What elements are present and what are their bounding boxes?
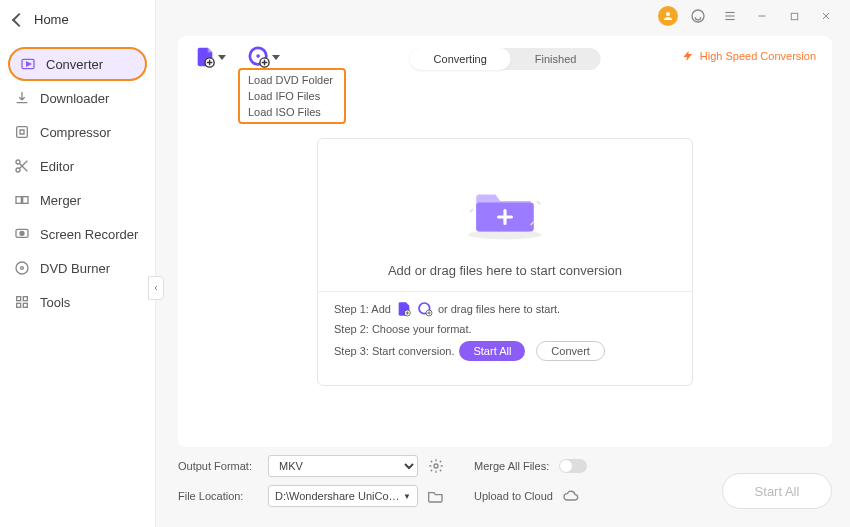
dropdown-item-dvd-folder[interactable]: Load DVD Folder [240,72,344,88]
svg-point-13 [16,168,20,172]
tab-converting[interactable]: Converting [410,48,511,70]
start-all-main-button[interactable]: Start All [722,473,832,509]
svg-marker-10 [27,62,31,66]
sidebar-item-label: Tools [40,295,70,310]
svg-point-19 [20,231,24,235]
sidebar-item-converter[interactable]: Converter [8,47,147,81]
output-format-label: Output Format: [178,460,258,472]
steps: Step 1: Add or drag files here to start.… [334,301,605,367]
step2: Step 2: Choose your format. [334,323,472,335]
disc-add-icon [417,301,433,317]
start-all-button[interactable]: Start All [459,341,525,361]
svg-point-28 [256,54,260,58]
compress-icon [14,124,30,140]
svg-point-20 [16,262,28,274]
svg-rect-16 [16,197,21,204]
sidebar-item-merger[interactable]: Merger [0,183,155,217]
file-add-icon [396,301,412,317]
svg-rect-11 [17,127,28,138]
folder-plus-icon [463,177,547,241]
record-icon [14,226,30,242]
download-icon [14,90,30,106]
step1-prefix: Step 1: Add [334,303,391,315]
svg-rect-23 [23,297,27,301]
bottom-bar: Output Format: MKV Merge All Files: File… [178,455,832,519]
svg-rect-22 [17,297,21,301]
svg-point-35 [434,464,438,468]
add-file-button[interactable] [194,46,226,68]
sidebar-item-label: Downloader [40,91,109,106]
step3: Step 3: Start conversion. [334,345,454,357]
sidebar-item-compressor[interactable]: Compressor [0,115,155,149]
chevron-left-icon [12,12,26,26]
grid-icon [14,294,30,310]
sidebar-item-tools[interactable]: Tools [0,285,155,319]
converter-icon [20,56,36,72]
sidebar-item-screen-recorder[interactable]: Screen Recorder [0,217,155,251]
output-format-select[interactable]: MKV [268,455,418,477]
svg-rect-24 [17,303,21,307]
chevron-down-icon [218,55,226,60]
upload-label: Upload to Cloud [474,490,553,502]
sidebar-back[interactable]: Home [0,0,155,39]
folder-icon[interactable] [428,488,444,504]
gear-icon[interactable] [428,458,444,474]
scissors-icon [14,158,30,174]
sidebar-item-label: Screen Recorder [40,227,138,242]
sidebar-item-label: Merger [40,193,81,208]
dropdown-item-ifo[interactable]: Load IFO Files [240,88,344,104]
disc-add-icon [248,46,270,68]
sidebar-item-editor[interactable]: Editor [0,149,155,183]
sidebar-item-label: DVD Burner [40,261,110,276]
dropzone-text: Add or drag files here to start conversi… [318,263,692,278]
home-label: Home [34,12,69,27]
file-location-label: File Location: [178,490,258,502]
merge-toggle[interactable] [559,459,587,473]
high-speed-toggle[interactable]: High Speed Conversion [682,50,816,62]
main-panel: Load DVD Folder Load IFO Files Load ISO … [178,36,832,447]
merge-label: Merge All Files: [474,460,549,472]
high-speed-label: High Speed Conversion [700,50,816,62]
bolt-icon [682,50,694,62]
cloud-icon[interactable] [563,488,579,504]
merge-icon [14,192,30,208]
sidebar-item-label: Editor [40,159,74,174]
tab-finished[interactable]: Finished [511,48,601,70]
sidebar-item-downloader[interactable]: Downloader [0,81,155,115]
file-add-icon [194,46,216,68]
sidebar: Home Converter Downloader Compressor Edi… [0,0,156,527]
sidebar-item-dvd-burner[interactable]: DVD Burner [0,251,155,285]
dropzone[interactable]: Add or drag files here to start conversi… [317,138,693,386]
svg-point-12 [16,160,20,164]
dropdown-item-iso[interactable]: Load ISO Files [240,104,344,120]
sidebar-item-label: Compressor [40,125,111,140]
sidebar-item-label: Converter [46,57,103,72]
step1-suffix: or drag files here to start. [438,303,560,315]
convert-button[interactable]: Convert [536,341,605,361]
svg-rect-17 [23,197,28,204]
file-location-select[interactable]: D:\Wondershare UniConverter 1 ▼ [268,485,418,507]
disc-dropdown: Load DVD Folder Load IFO Files Load ISO … [238,68,346,124]
load-disc-button[interactable] [248,46,280,68]
svg-point-21 [21,267,24,270]
tabs: Converting Finished [410,48,601,70]
disc-icon [14,260,30,276]
svg-rect-25 [23,303,27,307]
chevron-down-icon [272,55,280,60]
